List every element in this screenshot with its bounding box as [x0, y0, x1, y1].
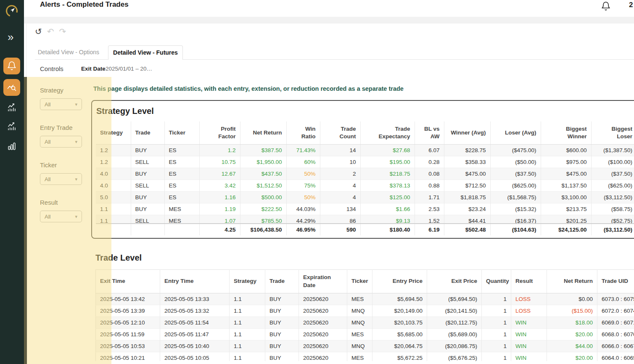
table-cell: BUY — [265, 293, 299, 305]
table-cell: $44.41 — [444, 215, 490, 223]
sidebar-item-statistics[interactable] — [3, 118, 20, 135]
table-cell: BUY — [131, 192, 164, 203]
logo-icon — [3, 3, 20, 19]
sidebar-item-analysis[interactable] — [3, 79, 20, 96]
filter-label: Strategy — [40, 87, 95, 94]
table-cell: MES — [347, 352, 372, 361]
table-cell: 20250620 — [299, 293, 347, 305]
table-cell: 1 — [482, 317, 511, 329]
column-header: BL vs AW — [415, 121, 444, 144]
dropdown-value: All — [45, 214, 50, 220]
table-cell: WIN — [511, 329, 547, 340]
table-row: 1.2BUYES1.2$387.5071.43%14$27.686.07$228… — [96, 145, 634, 156]
exit-date-value[interactable]: 2025/01/01 – 20… — [106, 66, 152, 72]
page-title: Alerts - Completed Trades — [40, 0, 129, 9]
table-cell: 1.1 — [230, 305, 265, 317]
tab-detailed-view-options[interactable]: Detailed View - Options — [35, 45, 102, 60]
column-header: Strategy — [230, 270, 265, 293]
column-header: Expiration Date — [299, 270, 347, 293]
column-header: Profit Factor — [199, 121, 240, 144]
table-cell: $218.75 — [360, 168, 415, 180]
table-cell: 20250620 — [299, 352, 347, 361]
table-cell: $0.00 — [547, 293, 597, 305]
column-header: Loser (Avg) — [490, 121, 541, 144]
column-header: Result — [511, 270, 547, 293]
table-cell: $201.25 — [541, 215, 591, 223]
table-cell: ($20,141.50) — [427, 305, 482, 317]
table-cell: $195.00 — [360, 156, 415, 168]
result-filter-dropdown[interactable]: All ▾ — [40, 211, 82, 222]
undo-icon[interactable]: ↶ — [47, 27, 54, 36]
table-cell: MNQ — [347, 340, 372, 352]
sidebar-expand-button[interactable]: » — [8, 32, 13, 42]
sidebar-item-reports[interactable] — [3, 138, 20, 155]
table-cell: 1.52 — [415, 215, 444, 223]
bell-icon — [601, 1, 611, 11]
redo-icon[interactable]: ↷ — [59, 27, 66, 36]
tab-detailed-view-futures[interactable]: Detailed View - Futures — [108, 45, 183, 60]
filter-label: Ticker — [40, 161, 95, 169]
entry-trade-filter-dropdown[interactable]: All ▾ — [40, 136, 82, 148]
table-cell: 3.42 — [199, 180, 240, 192]
table-cell: ($1,387.50) — [591, 145, 634, 156]
table-cell: BUY — [265, 340, 299, 352]
table-cell: SELL — [131, 156, 164, 168]
column-header: Biggest Winner — [541, 121, 591, 144]
table-cell: $1,818.75 — [444, 192, 490, 203]
table-row: 1.2SELLES10.75$1,950.0060%10$195.000.28$… — [96, 156, 634, 168]
table-cell: 1.2 — [96, 145, 131, 156]
table-row: 4.0BUYES12.67$437.5050%2$218.750.08$475.… — [96, 168, 634, 180]
table-cell: ($5,676.25) — [427, 352, 482, 361]
column-header: Win Ratio — [286, 121, 320, 144]
table-cell: ($52.75) — [591, 215, 634, 223]
table-cell: 2025-05-05 10:40 — [160, 340, 230, 352]
table-cell: $23.24 — [444, 203, 490, 215]
table-cell: ES — [164, 156, 199, 168]
table-cell: $387.50 — [240, 145, 286, 156]
table-cell: ($50.00) — [490, 156, 541, 168]
table-cell: $20,103.75 — [372, 317, 427, 329]
content-left-edge — [26, 24, 26, 364]
table-cell: ($20,112.75) — [427, 317, 482, 329]
table-row: 2025-05-05 10:212025-05-05 10:051.1BUY20… — [96, 352, 634, 361]
table-cell: 1.19 — [199, 203, 240, 215]
strategy-table-head: StrategyTradeTickerProfit FactorNet Retu… — [96, 121, 634, 145]
reset-icon[interactable]: ↺ — [35, 27, 42, 36]
notifications-button[interactable] — [601, 1, 611, 11]
column-header: Winner (Avg) — [444, 121, 490, 144]
table-cell: 2025-05-05 10:05 — [160, 352, 230, 361]
table-cell: $1,950.00 — [240, 156, 286, 168]
table-cell: $20.00 — [547, 329, 597, 340]
notification-count: 2 — [629, 1, 633, 9]
exit-date-label[interactable]: Exit Date — [81, 66, 106, 72]
table-cell: MES — [347, 293, 372, 305]
table-cell: 2025-05-05 11:47 — [160, 329, 230, 340]
table-cell: $3,100.00 — [541, 192, 591, 203]
table-cell: 1.07 — [199, 215, 240, 223]
table-cell: ($1,568.75) — [490, 192, 541, 203]
strategy-level-panel: Strategy Level StrategyTradeTickerProfit… — [91, 100, 634, 239]
table-row: 1.1SELLMES1.07$785.5044.29%86$9.131.52$4… — [96, 215, 634, 223]
table-cell: 60% — [286, 156, 320, 168]
double-chevron-icon: » — [8, 31, 13, 43]
column-header: Entry Price — [372, 270, 427, 293]
sidebar-item-performance[interactable] — [3, 99, 20, 116]
table-cell: $475.00 — [444, 168, 490, 180]
app-logo[interactable] — [3, 3, 20, 19]
table-cell: BUY — [265, 329, 299, 340]
ticker-filter-dropdown[interactable]: All ▾ — [40, 173, 82, 185]
table-row: 2025-05-05 11:592025-05-05 11:471.1BUY20… — [96, 329, 634, 340]
sidebar-item-alerts[interactable] — [3, 58, 20, 74]
filter-group-result: Result All ▾ — [40, 199, 95, 222]
table-cell: ($625.00) — [591, 180, 634, 192]
strategy-filter-dropdown[interactable]: All ▾ — [40, 98, 82, 110]
sidebar: » — [0, 0, 24, 364]
table-cell: 1.1 — [230, 340, 265, 352]
table-cell: LOSS — [511, 293, 547, 305]
table-cell: MNQ — [347, 317, 372, 329]
table-cell: 0.08 — [415, 168, 444, 180]
trend-chart-icon — [7, 121, 17, 132]
history-toolbar: ↺ ↶ ↷ — [35, 27, 66, 36]
table-cell: ($3,112.50) — [591, 224, 634, 235]
table-cell: 1 — [482, 340, 511, 352]
